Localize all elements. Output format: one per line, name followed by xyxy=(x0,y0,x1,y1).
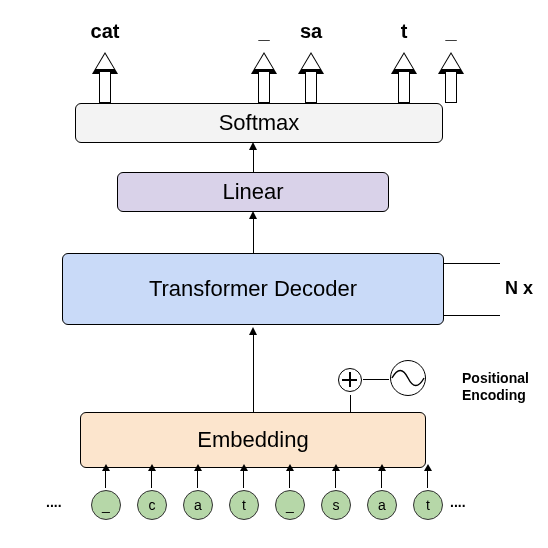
repeat-connector xyxy=(444,315,500,316)
arrow-up-icon xyxy=(253,334,254,412)
arrow-up-icon xyxy=(381,470,382,488)
input-token: _ xyxy=(91,490,121,520)
arrow-up-icon xyxy=(335,470,336,488)
ellipsis-right: .... xyxy=(450,494,466,510)
softmax-layer: Softmax xyxy=(75,103,443,143)
arrow-up-icon xyxy=(253,218,254,253)
add-icon xyxy=(338,368,362,392)
arrow-up-icon xyxy=(243,470,244,488)
positional-encoding-label: Positional Encoding xyxy=(462,370,529,404)
output-label: cat xyxy=(91,20,120,43)
upward-arrow-icon xyxy=(251,52,277,74)
output-label: _ xyxy=(258,20,269,43)
input-token: a xyxy=(367,490,397,520)
output-label: t xyxy=(401,20,408,43)
arrow-up-icon xyxy=(253,149,254,172)
embedding-layer: Embedding xyxy=(80,412,426,468)
upward-arrow-icon xyxy=(391,52,417,74)
upward-arrow-icon xyxy=(438,52,464,74)
upward-arrow-icon xyxy=(298,52,324,74)
connector-line xyxy=(350,395,351,412)
linear-layer: Linear xyxy=(117,172,389,212)
positional-encoding-icon xyxy=(390,360,426,396)
arrow-up-icon xyxy=(105,470,106,488)
input-token: t xyxy=(229,490,259,520)
diagram-canvas: cat _ sa t _ Softmax Linear Transformer … xyxy=(0,0,548,548)
output-label: _ xyxy=(445,20,456,43)
input-token: c xyxy=(137,490,167,520)
input-token: a xyxy=(183,490,213,520)
repeat-label: N x xyxy=(505,278,533,299)
ellipsis-left: .... xyxy=(46,494,62,510)
arrow-up-icon xyxy=(427,470,428,488)
repeat-connector xyxy=(444,263,500,264)
connector-line xyxy=(363,379,389,380)
output-label: sa xyxy=(300,20,322,43)
input-token: t xyxy=(413,490,443,520)
transformer-decoder-layer: Transformer Decoder xyxy=(62,253,444,325)
upward-arrow-icon xyxy=(92,52,118,74)
input-token: s xyxy=(321,490,351,520)
input-token: _ xyxy=(275,490,305,520)
arrow-up-icon xyxy=(197,470,198,488)
arrow-up-icon xyxy=(289,470,290,488)
arrow-up-icon xyxy=(151,470,152,488)
